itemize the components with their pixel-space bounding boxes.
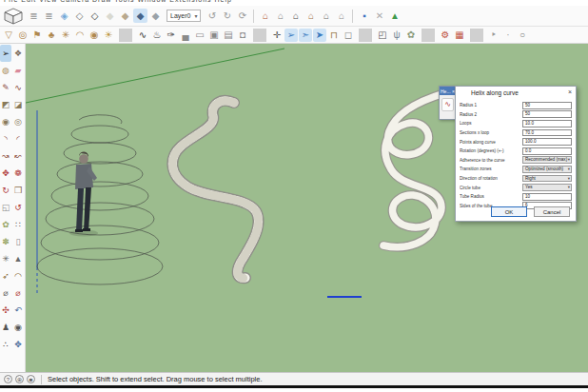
monitor-tool-icon[interactable]: ▤ (222, 29, 235, 42)
position-camera-icon[interactable]: ♟ (0, 319, 11, 336)
blue-arrow-tool-3-icon[interactable]: ➤ (313, 29, 326, 42)
red-gear-tool-icon[interactable]: ⚙ (439, 29, 452, 42)
grass-tool-icon[interactable]: ψ (390, 29, 403, 42)
scenes-list-icon[interactable]: ≣ (27, 9, 41, 23)
box-tool-icon[interactable]: ◻ (342, 29, 355, 42)
small-x-icon[interactable]: ✕ (372, 9, 386, 23)
table-tool-icon[interactable]: ⊓ (327, 29, 341, 42)
field-tube-radius[interactable]: 10 (522, 193, 572, 201)
pan-tool-icon[interactable]: ✥ (12, 336, 24, 353)
zoom-extents-tool-icon[interactable]: ✣ (0, 302, 11, 319)
status-help-icon[interactable]: ? (4, 375, 12, 383)
style-shaded-textures-icon[interactable]: ◆ (133, 9, 147, 23)
field-radius-1[interactable]: 50 (522, 102, 572, 109)
bezier-tool-icon[interactable]: ↜ (12, 147, 24, 165)
leaf-b-tool-icon[interactable]: ✽ (0, 233, 11, 250)
dome-tool-icon[interactable]: ◠ (12, 267, 24, 284)
model-cube-icon[interactable] (3, 8, 24, 25)
style-wireframe-icon[interactable]: ◇ (88, 9, 102, 23)
dialog-close-icon[interactable]: × (568, 88, 572, 95)
circle-outline-tool-icon[interactable]: ○ (516, 29, 529, 42)
styles-list-icon[interactable]: ≣ (42, 9, 56, 23)
view-top-house-icon[interactable]: ⌂ (273, 9, 287, 23)
layer-purge-icon[interactable]: ⟳ (235, 9, 249, 23)
blue-square-icon[interactable]: ▪ (357, 9, 371, 23)
copy-tool-icon[interactable]: ❒ (12, 182, 24, 199)
previous-view-tool-icon[interactable]: ↶ (12, 302, 24, 319)
cancel-button[interactable]: Cancel (534, 206, 570, 217)
layer-next-icon[interactable]: ↻ (220, 9, 234, 23)
rotated-rectangle-icon[interactable]: ◪ (12, 96, 24, 113)
field-loops[interactable]: 10.0 (522, 120, 572, 127)
leaf-a-tool-icon[interactable]: ✿ (0, 216, 11, 233)
freehand-tool-icon[interactable]: ∿ (12, 79, 24, 96)
line-tool-icon[interactable]: ✎ (0, 79, 11, 96)
field-points-along-curve[interactable]: 100.0 (522, 138, 572, 146)
pot-hand-tool-icon[interactable]: ✑ (165, 29, 178, 42)
wireframe-helix[interactable] (37, 115, 163, 284)
field-direction-rotation[interactable]: Right (522, 175, 572, 183)
red-grid-tool-icon[interactable]: ▦ (453, 29, 466, 42)
circle-draw-icon[interactable]: ◉ (0, 113, 11, 130)
field-adherence[interactable]: Recommended (max) (522, 156, 572, 164)
view-left-house-icon[interactable]: ⌂ (334, 9, 348, 23)
paint-bucket-icon[interactable]: ◍ (0, 62, 11, 79)
podium-tool-icon[interactable]: ▄ (179, 29, 192, 42)
arc-tool-icon[interactable]: ◝ (0, 130, 11, 147)
sandbox-add-detail-icon[interactable]: ◠ (73, 29, 87, 42)
mini-window-titlebar[interactable]: He... × (440, 87, 456, 95)
blue-arrow-tool-1-icon[interactable]: ➢ (284, 29, 298, 42)
zoom-window-tool-icon[interactable]: ⌀ (12, 284, 24, 302)
layer-prev-icon[interactable]: ↺ (205, 9, 219, 23)
move-tool-icon[interactable]: ✥ (0, 165, 11, 182)
field-rotation-degrees[interactable]: 0.0 (522, 147, 572, 155)
spiral-tool-icon[interactable]: ∿ (136, 29, 149, 42)
helix-tool-icon[interactable]: ∿ (441, 98, 454, 111)
make-component-icon[interactable]: ❖ (12, 45, 24, 62)
sandbox-from-contours-icon[interactable]: ▽ (2, 29, 15, 42)
star-tool-icon[interactable]: ✳ (0, 250, 11, 267)
leaf-tool-icon[interactable]: ✿ (404, 29, 418, 42)
rectangle-tool-icon[interactable]: ◩ (0, 96, 11, 113)
status-geolocate-icon[interactable]: ⊕ (15, 375, 24, 383)
view-right-house-icon[interactable]: ⌂ (304, 9, 318, 23)
move-texture-icon[interactable]: ✛ (270, 29, 284, 42)
pie-tool-icon[interactable]: ◜ (12, 130, 24, 147)
walk-tool-icon[interactable]: ∴ (0, 336, 11, 353)
blue-arrow-tool-2-icon[interactable]: ➣ (299, 29, 312, 42)
offset-tool-icon[interactable]: ↺ (12, 199, 24, 216)
field-transition-zones[interactable]: Optimized (smooth) (522, 166, 572, 173)
eraser-icon[interactable]: ▰ (12, 62, 24, 79)
field-sections-x-loop[interactable]: 70.0 (522, 129, 572, 137)
nodes-tool-icon[interactable]: ∷ (12, 216, 24, 233)
style-xray-icon[interactable]: ◈ (57, 9, 71, 23)
lock-tool-icon[interactable]: ◘ (236, 29, 249, 42)
teapot-tool-icon[interactable]: ♨ (150, 29, 164, 42)
note-tool-icon[interactable]: ▯ (12, 233, 24, 250)
view-front-house-icon[interactable]: ⌂ (288, 9, 303, 23)
rotate-tool-icon[interactable]: ↻ (0, 182, 11, 199)
look-around-icon[interactable]: ◉ (12, 319, 24, 336)
green-terrain-icon[interactable]: ▲ (387, 9, 402, 23)
terrain-tool-icon[interactable]: ▲ (12, 250, 24, 267)
layer-dropdown[interactable]: Layer0 ▾ (167, 10, 201, 22)
view-iso-house-icon[interactable]: ⌂ (258, 9, 272, 23)
select-tool-icon[interactable]: ➢ (0, 45, 11, 62)
style-hidden-line-icon[interactable]: ◆ (103, 9, 117, 23)
spray-tool-icon[interactable]: ❁ (12, 165, 24, 182)
small-tool-1-icon[interactable]: ‣ (487, 29, 500, 42)
sandbox-smoove-icon[interactable]: ⚑ (30, 29, 44, 42)
sandbox-from-scratch-icon[interactable]: ◎ (16, 29, 29, 42)
style-monochrome-icon[interactable]: ◆ (148, 9, 163, 23)
ok-button[interactable]: OK (491, 206, 527, 217)
style-back-edges-icon[interactable]: ◇ (72, 9, 87, 23)
shadows-icon[interactable]: ☀ (102, 29, 115, 42)
small-tool-2-icon[interactable]: · (501, 29, 515, 42)
box-curve-tool-icon[interactable]: ◰ (376, 29, 389, 42)
field-radius-2[interactable]: 50 (522, 110, 572, 118)
rope-helix-curve[interactable] (172, 101, 258, 278)
sandbox-flip-edge-icon[interactable]: ◉ (88, 29, 101, 42)
scale-tool-icon[interactable]: ◱ (0, 199, 11, 216)
style-shaded-icon[interactable]: ◆ (118, 9, 132, 23)
zoom-tool-icon[interactable]: ⌀ (0, 284, 11, 302)
